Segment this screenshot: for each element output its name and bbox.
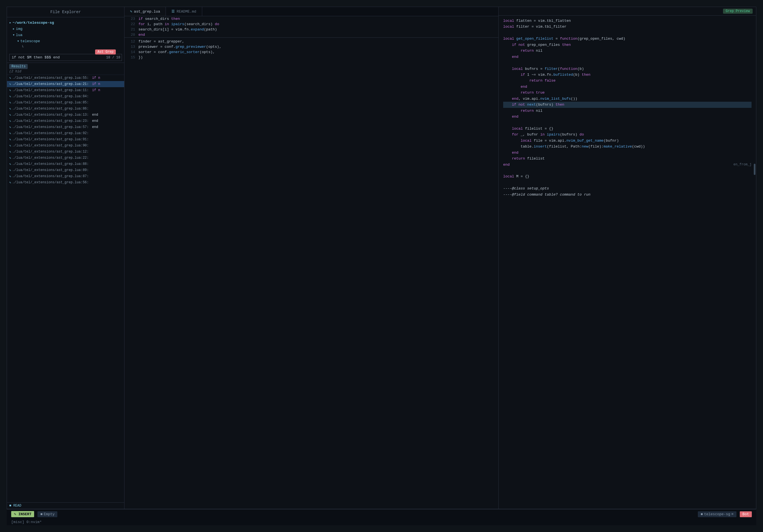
file-explorer-title: File Explorer bbox=[7, 7, 124, 17]
preview-line: local M = {} bbox=[503, 174, 751, 179]
preview-line bbox=[503, 120, 751, 126]
list-item[interactable]: ✎ ./lua/tel/_extensions/ast_grep.lua:21:… bbox=[7, 81, 124, 87]
file-icon: ✎ bbox=[9, 168, 11, 172]
list-item[interactable]: ✎ ./lua/tel/_extensions/ast_grep.lua:12: bbox=[7, 149, 124, 155]
file-icon: ✎ bbox=[9, 126, 11, 129]
line-content: }) bbox=[139, 55, 143, 60]
tree-img[interactable]: ▸ img bbox=[7, 26, 124, 32]
cmdline: [misc] 0:nvim* bbox=[7, 519, 756, 525]
code-bottom: 12 finder = ast_grepper, 13 previewer = … bbox=[125, 38, 498, 509]
preview-line: end bbox=[503, 54, 751, 60]
preview-line bbox=[503, 168, 751, 174]
folder-open-icon: ▾ bbox=[17, 39, 19, 43]
tree-connector-icon: └ bbox=[22, 45, 24, 49]
tree-root[interactable]: ▸ ~/work/telescope-sg bbox=[7, 20, 124, 26]
preview-line: local file = vim.api.nvim_buf_get_name(b… bbox=[503, 138, 751, 143]
line-content: previewer = conf.grep_previewer(opts), bbox=[139, 44, 221, 49]
tabs-bar: ✎ ast_grep.lua ☰ README.md bbox=[125, 7, 498, 16]
tree-img-label: img bbox=[16, 27, 22, 31]
file-tree: ▸ ~/work/telescope-sg ▸ img ▾ lua ▾ tele… bbox=[7, 17, 124, 52]
search-input[interactable] bbox=[9, 54, 122, 61]
list-item[interactable]: ✎ ./lua/tel/_extensions/ast_grep.lua:91: bbox=[7, 136, 124, 142]
list-item[interactable]: ✎ ./lua/tel/_extensions/ast_grep.lua:22: bbox=[7, 155, 124, 161]
code-line: 14 sorter = conf.generic_sorter(opts), bbox=[125, 49, 498, 55]
result-path: ./lua/tel/_extensions/ast_grep.lua:84: bbox=[12, 94, 89, 98]
result-path: ./lua/tel/_extensions/ast_grep.lua:86: bbox=[12, 107, 89, 111]
preview-line: if 1 ~= vim.fn.buflisted(b) then bbox=[503, 72, 751, 78]
file-icon: ✎ bbox=[9, 144, 11, 147]
tree-lua[interactable]: ▾ lua bbox=[7, 32, 124, 38]
tab-readme[interactable]: ☰ README.md bbox=[166, 7, 202, 16]
file-icon: ✎ bbox=[130, 9, 132, 14]
code-line: 21 search_dirs[i] = vim.fn.expand(path) bbox=[125, 27, 498, 32]
preview-line bbox=[503, 30, 751, 36]
file-icon: ✎ bbox=[9, 150, 11, 154]
tree-subitem[interactable]: └ bbox=[7, 44, 124, 50]
result-path: ./lua/tel/_extensions/ast_grep.lua:92: bbox=[12, 131, 89, 135]
file-icon: ✎ bbox=[9, 95, 11, 98]
search-counter: 18 / 18 bbox=[106, 55, 120, 59]
list-item[interactable]: ✎ ./lua/tel/_extensions/ast_grep.lua:90: bbox=[7, 142, 124, 149]
result-path: ./lua/tel/_extensions/ast_grep.lua:85: bbox=[12, 101, 89, 105]
list-item[interactable]: ✎ ./lua/tel/_extensions/ast_grep.lua:87: bbox=[7, 173, 124, 179]
line-number: 15 bbox=[125, 55, 139, 59]
result-path: ./lua/tel/_extensions/ast_grep.lua:57: bbox=[12, 125, 89, 129]
results-count: (2 hid bbox=[9, 70, 122, 73]
line-content: finder = ast_grepper, bbox=[139, 39, 184, 44]
list-item[interactable]: ✎ ./lua/tel/_extensions/ast_grep.lua:57:… bbox=[7, 124, 124, 130]
read-section: ■ READ bbox=[7, 502, 124, 509]
preview-line: ----@class setup_opts bbox=[503, 186, 751, 191]
list-item[interactable]: ✎ ./lua/tel/_extensions/ast_grep.lua:89: bbox=[7, 167, 124, 173]
main-area: File Explorer ▸ ~/work/telescope-sg ▸ im… bbox=[7, 7, 756, 509]
status-left: ✎ INSERT ■ Empty bbox=[11, 511, 57, 517]
list-item[interactable]: ✎ ./lua/tel/_extensions/ast_grep.lua:85: bbox=[7, 100, 124, 106]
file-icon: ☰ bbox=[171, 9, 175, 14]
status-bar: ✎ INSERT ■ Empty ■ telescope-sg ≡ Bot bbox=[7, 509, 756, 519]
tree-lua-label: lua bbox=[16, 33, 22, 37]
list-item[interactable]: ✎ ./lua/tel/_extensions/ast_grep.lua:92: bbox=[7, 130, 124, 136]
preview-line: local filter = vim.tbl_filter bbox=[503, 24, 751, 30]
preview-line: local filelist = {} bbox=[503, 126, 751, 132]
code-line: 23 if search_dirs then bbox=[125, 16, 498, 22]
cmdline-text: [misc] 0:nvim* bbox=[11, 520, 42, 524]
file-icon: ✎ bbox=[9, 175, 11, 178]
preview-line bbox=[503, 60, 751, 66]
code-line: 20 end bbox=[125, 32, 498, 38]
overflow-text: en_from_j bbox=[733, 162, 751, 168]
result-path: ./lua/tel/_extensions/ast_grep.lua:22: bbox=[12, 156, 89, 160]
line-number: 22 bbox=[125, 22, 139, 26]
line-number: 12 bbox=[125, 40, 139, 44]
folder-icon: ▸ bbox=[13, 27, 15, 31]
file-icon: ✎ bbox=[9, 76, 11, 80]
list-item[interactable]: ✎ ./lua/tel/_extensions/ast_grep.lua:56: bbox=[7, 179, 124, 186]
result-path: ./lua/tel/_extensions/ast_grep.lua:55: bbox=[12, 76, 89, 80]
list-item[interactable]: ✎ ./lua/tel/_extensions/ast_grep.lua:55:… bbox=[7, 75, 124, 81]
line-content: for i, path in ipairs(search_dirs) do bbox=[139, 22, 219, 27]
preview-line-highlighted: if not next(bufnrs) then bbox=[503, 102, 751, 108]
list-item[interactable]: ✎ ./lua/tel/_extensions/ast_grep.lua:88: bbox=[7, 161, 124, 167]
list-item[interactable]: ✎ ./lua/tel/_extensions/ast_grep.lua:13:… bbox=[7, 112, 124, 118]
list-item[interactable]: ✎ ./lua/tel/_extensions/ast_grep.lua:11:… bbox=[7, 87, 124, 93]
result-path: ./lua/tel/_extensions/ast_grep.lua:87: bbox=[12, 174, 89, 178]
list-item[interactable]: ✎ ./lua/tel/_extensions/ast_grep.lua:84: bbox=[7, 93, 124, 100]
bot-badge: Bot bbox=[740, 511, 752, 517]
preview-line: if not grep_open_files then bbox=[503, 42, 751, 48]
line-content: search_dirs[i] = vim.fn.expand(path) bbox=[139, 27, 217, 32]
file-icon: ✎ bbox=[9, 119, 11, 123]
preview-line: for _, bufnr in ipairs(bufnrs) do bbox=[503, 132, 751, 137]
lines-icon: ≡ bbox=[731, 512, 734, 516]
line-number: 14 bbox=[125, 50, 139, 54]
file-icon: ✎ bbox=[9, 89, 11, 92]
left-panel: File Explorer ▸ ~/work/telescope-sg ▸ im… bbox=[7, 7, 125, 509]
list-item[interactable]: ✎ ./lua/tel/_extensions/ast_grep.lua:86: bbox=[7, 106, 124, 112]
tab-ast-grep[interactable]: ✎ ast_grep.lua bbox=[125, 7, 166, 16]
tree-telescope[interactable]: ▾ telescope bbox=[7, 38, 124, 44]
line-content: if search_dirs then bbox=[139, 16, 180, 22]
preview-line: ----@field command table? command to run bbox=[503, 192, 751, 198]
preview-line: return filelist bbox=[503, 156, 751, 161]
result-match: if n bbox=[92, 88, 100, 92]
empty-label: Empty bbox=[44, 512, 54, 516]
file-icon: ✎ bbox=[9, 156, 11, 160]
list-item[interactable]: ✎ ./lua/tel/_extensions/ast_grep.lua:23:… bbox=[7, 118, 124, 124]
file-icon: ✎ bbox=[9, 138, 11, 141]
